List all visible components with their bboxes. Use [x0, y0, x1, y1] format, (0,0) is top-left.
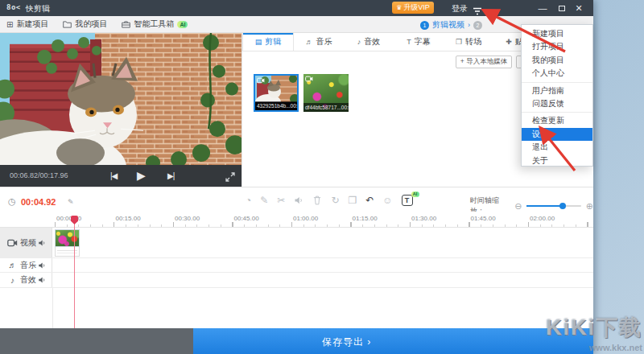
- menu-item-about[interactable]: 关于: [522, 154, 592, 167]
- menu-item-check-update[interactable]: 检查更新: [522, 114, 592, 127]
- timeline-ruler[interactable]: 00:00.0000:15.0000:30.0000:45.0001:00.00…: [0, 212, 593, 228]
- main-dropdown-menu: 新建项目打开项目我的项目个人中心用户指南问题反馈检查更新设置退出关于: [521, 24, 593, 167]
- vip-label: 升级VIP: [403, 2, 430, 13]
- my-projects-label: 我的项目: [75, 19, 107, 30]
- cut-icon[interactable]: ✂: [277, 196, 285, 205]
- music-track-icon: ♬: [7, 261, 18, 270]
- menu-divider: [522, 82, 592, 83]
- timeline: ◷ 00:04.92 ✎ ◔✎✂↻❐↶☺TAI 时间轴缩放： ⊖ ⊕ 00:00…: [0, 187, 593, 328]
- app-title: 快剪辑: [26, 3, 50, 14]
- ruler-label: 00:45.00: [234, 215, 259, 222]
- slider-knob[interactable]: [559, 203, 566, 209]
- media-item-cat[interactable]: 4329251b4b... 00:17.96: [254, 74, 299, 112]
- rotate-icon[interactable]: ↻: [331, 196, 339, 205]
- edit-icon[interactable]: ✎: [260, 196, 268, 205]
- menu-item-settings[interactable]: 设置: [522, 128, 592, 141]
- ruler-label: 01:00.00: [293, 215, 318, 222]
- step-2-badge: 2: [473, 21, 482, 30]
- menu-item-personal-center[interactable]: 个人中心: [522, 67, 592, 80]
- next-frame-button[interactable]: ▶|: [167, 171, 174, 180]
- import-local-media-button[interactable]: + 导入本地媒体: [456, 56, 512, 68]
- media-item-flowers[interactable]: df44bfc58717... 00:06.37: [303, 74, 349, 112]
- track-sfx-label: ♪ 音效: [0, 273, 52, 287]
- timeline-clip[interactable]: [55, 229, 80, 247]
- transition-icon: ❐: [456, 38, 462, 46]
- tab-music[interactable]: ♬音乐: [294, 33, 344, 51]
- emoji-icon[interactable]: ☺: [382, 196, 392, 205]
- volume-icon[interactable]: [294, 196, 303, 205]
- menu-item-quit[interactable]: 退出: [522, 141, 592, 154]
- subtitle-icon: T: [407, 38, 411, 46]
- media-duration: 00:06.37: [341, 105, 349, 110]
- tab-sound[interactable]: ♪音效: [344, 33, 394, 51]
- new-project-icon: ⊞: [6, 20, 13, 29]
- previous-frame-button[interactable]: |◀: [110, 171, 117, 180]
- sfx-track-icon: ♪: [7, 276, 18, 285]
- play-button[interactable]: ▶: [137, 169, 145, 182]
- menu-item-my-projects[interactable]: 我的项目: [522, 54, 592, 67]
- ruler-label: 01:30.00: [411, 215, 436, 222]
- timeline-current-time: 00:04.92: [21, 197, 56, 207]
- menu-divider: [522, 112, 592, 113]
- tab-subtitle[interactable]: T字幕: [394, 33, 444, 51]
- text-recognition-ai-icon[interactable]: TAI: [402, 195, 413, 206]
- video-preview: 00:06.82/00:17.96 |◀ ▶ ▶|: [0, 33, 242, 187]
- media-item-label: 4329251b4b... 00:17.96: [255, 101, 297, 110]
- track-video[interactable]: 视频: [0, 228, 593, 258]
- timeline-toolbar: ◔✎✂↻❐↶☺TAI: [246, 192, 413, 208]
- video-type-icon: [257, 77, 265, 84]
- sticker-icon: ✚: [506, 38, 512, 46]
- mute-track-icon[interactable]: [38, 276, 46, 284]
- media-name: df44bfc58717...: [305, 105, 341, 110]
- playhead-line: [74, 216, 75, 328]
- main-menu-icon[interactable]: [473, 4, 482, 12]
- menu-item-user-guide[interactable]: 用户指南: [522, 84, 592, 97]
- copy-icon[interactable]: ❐: [348, 196, 357, 205]
- clip-icon: ▤: [255, 38, 262, 46]
- close-button[interactable]: ✕: [572, 2, 585, 14]
- tab-label: 剪辑: [265, 36, 281, 47]
- fullscreen-icon[interactable]: [225, 171, 235, 185]
- ruler-label: 00:15.00: [116, 215, 141, 222]
- menu-item-feedback[interactable]: 问题反馈: [522, 97, 592, 110]
- clock-icon: ◷: [8, 196, 16, 207]
- export-button[interactable]: 保存导出 ›: [193, 328, 593, 354]
- delete-icon[interactable]: [312, 196, 322, 205]
- tab-label: 音效: [364, 36, 380, 47]
- new-project-button[interactable]: ⊞ 新建项目: [6, 19, 48, 30]
- ai-badge: AI: [411, 191, 419, 197]
- app-window: 8o< 快剪辑 ♛ 升级VIP 登录 — ✕ ⊞ 新建项目 我的项目: [0, 0, 593, 354]
- track-music[interactable]: ♬ 音乐: [0, 258, 593, 273]
- track-name: 音效: [20, 274, 36, 286]
- chevron-right-icon: ›: [468, 21, 470, 29]
- login-button[interactable]: 登录: [452, 3, 468, 14]
- speed-icon[interactable]: ◔: [246, 196, 251, 205]
- edit-time-icon[interactable]: ✎: [68, 198, 74, 206]
- zoom-in-icon[interactable]: ⊕: [586, 202, 593, 211]
- upgrade-vip-button[interactable]: ♛ 升级VIP: [392, 2, 434, 14]
- timeline-zoom-slider[interactable]: [526, 205, 580, 207]
- ruler-label: 00:30.00: [175, 215, 200, 222]
- preview-time: 00:06.82/00:17.96: [10, 171, 68, 179]
- timeline-clip-audio[interactable]: [55, 247, 80, 257]
- media-name: 4329251b4b...: [257, 103, 291, 109]
- tab-transition[interactable]: ❐转场: [444, 33, 493, 51]
- tab-clip[interactable]: ▤剪辑: [242, 33, 294, 51]
- undo-icon[interactable]: ↶: [365, 196, 374, 205]
- minimize-button[interactable]: —: [536, 2, 549, 14]
- my-projects-button[interactable]: 我的项目: [63, 19, 107, 30]
- maximize-button[interactable]: [555, 2, 568, 14]
- mute-track-icon[interactable]: [38, 239, 46, 247]
- bottom-bar: 保存导出 ›: [0, 328, 593, 354]
- toolbox-icon: [122, 20, 130, 28]
- menu-item-open-project[interactable]: 打开项目: [522, 40, 592, 53]
- menu-item-new-project[interactable]: 新建项目: [522, 27, 592, 40]
- track-sound-effects[interactable]: ♪ 音效: [0, 273, 593, 288]
- zoom-out-icon[interactable]: ⊖: [514, 202, 522, 211]
- smart-toolbox-button[interactable]: 智能工具箱 AI: [122, 19, 188, 30]
- track-music-label: ♬ 音乐: [0, 258, 52, 272]
- desktop: 8o< 快剪辑 ♛ 升级VIP 登录 — ✕ ⊞ 新建项目 我的项目: [0, 0, 644, 354]
- mute-track-icon[interactable]: [38, 261, 46, 270]
- ruler-label: 01:15.00: [353, 215, 378, 222]
- smart-toolbox-label: 智能工具箱: [134, 19, 174, 30]
